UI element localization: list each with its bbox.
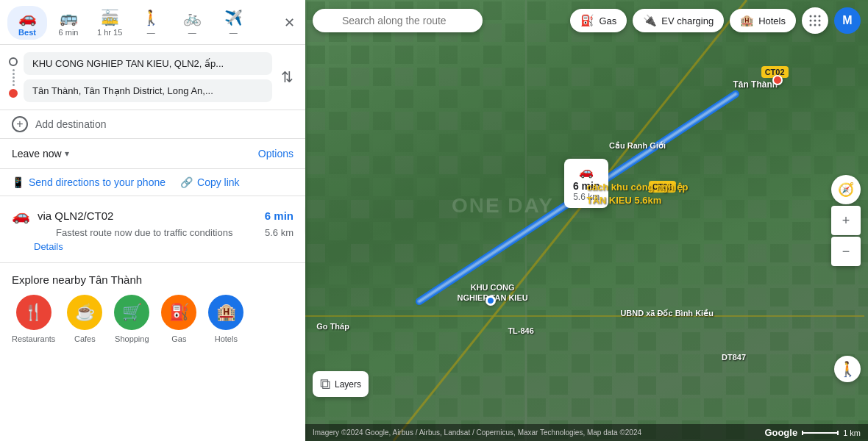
cafes-icon: ☕ <box>67 295 102 330</box>
svg-point-16 <box>814 20 817 22</box>
route-time: 6 min <box>265 209 294 222</box>
route-fields <box>24 52 272 102</box>
swap-button[interactable]: ⇅ <box>278 65 296 89</box>
compass-button[interactable]: 🧭 <box>831 175 861 204</box>
leave-options-bar: Leave now ▾ Options <box>0 139 305 169</box>
explore-icons: 🍴 Restaurants ☕ Cafes 🛒 Shopping ⛽ Gas 🏨… <box>12 295 294 343</box>
mode-walking[interactable]: 🚶 — <box>131 6 171 40</box>
mode-transit-label: 6 min <box>59 28 79 37</box>
gas-label: Gas <box>171 334 186 343</box>
mode-cycling[interactable]: 🚲 — <box>172 6 212 40</box>
details-link[interactable]: Details <box>34 241 294 252</box>
route-name: via QLN2/CT02 <box>38 209 257 222</box>
explore-item-shopping[interactable]: 🛒 Shopping <box>114 295 149 343</box>
route-car-icon: 🚗 <box>12 207 30 224</box>
google-logo: Google <box>764 427 797 438</box>
svg-rect-22 <box>802 431 803 435</box>
layers-button[interactable]: ⧉ Layers <box>313 371 369 397</box>
explore-item-cafes[interactable]: ☕ Cafes <box>67 295 102 343</box>
phone-icon: 📱 <box>12 176 24 188</box>
gas-filter-icon: ⛽ <box>580 14 594 27</box>
route-inputs: ⇅ <box>0 45 305 110</box>
gas-filter-chip[interactable]: ⛽ Gas <box>570 9 627 32</box>
map-controls: 🧭 + − <box>831 175 861 266</box>
hotels-filter-chip[interactable]: 🏨 Hotels <box>730 9 796 32</box>
route-option-header: 🚗 via QLN2/CT02 6 min <box>12 207 294 224</box>
grid-icon <box>808 14 822 27</box>
svg-point-15 <box>810 20 812 22</box>
gas-icon: ⛽ <box>161 295 196 330</box>
hotels-filter-icon: 🏨 <box>740 14 754 27</box>
origin-input[interactable] <box>24 52 272 75</box>
svg-rect-5 <box>305 0 868 441</box>
left-panel: 🚗 Best 🚌 6 min 🚋 1 hr 15 🚶 — 🚲 — ✈️ — ✕ <box>0 0 305 441</box>
cycling-icon: 🚲 <box>183 9 202 26</box>
connector-dots <box>13 69 15 86</box>
plus-icon: + <box>12 116 28 132</box>
hotels-filter-label: Hotels <box>758 15 786 26</box>
send-copy-bar: 📱 Send directions to your phone 🔗 Copy l… <box>0 169 305 196</box>
options-button[interactable]: Options <box>258 148 294 159</box>
car-icon: 🚗 <box>18 9 37 26</box>
destination-dot <box>9 89 18 98</box>
map-background <box>305 0 868 441</box>
route-option[interactable]: 🚗 via QLN2/CT02 6 min Fastest route now … <box>0 196 305 263</box>
explore-item-gas[interactable]: ⛽ Gas <box>161 295 196 343</box>
bus-icon: 🚌 <box>60 9 78 26</box>
ev-filter-icon: 🔌 <box>643 14 657 27</box>
mode-cycling-label: — <box>188 28 196 37</box>
send-directions-button[interactable]: 📱 Send directions to your phone <box>12 176 166 188</box>
explore-item-hotels[interactable]: 🏨 Hotels <box>208 295 243 343</box>
user-avatar[interactable]: M <box>834 7 861 34</box>
link-icon: 🔗 <box>180 176 193 188</box>
search-along-input[interactable] <box>313 9 483 32</box>
map-bottom-bar: Imagery ©2024 Google, Airbus / Airbus, L… <box>305 424 868 441</box>
shopping-label: Shopping <box>115 334 149 343</box>
scale-bar-area: Google 1 km <box>764 427 861 438</box>
leave-now-button[interactable]: Leave now ▾ <box>12 148 69 159</box>
svg-point-13 <box>814 15 817 18</box>
mode-driving[interactable]: 🚗 Best <box>7 6 47 40</box>
destination-input[interactable] <box>24 79 272 102</box>
close-button[interactable]: ✕ <box>281 12 298 34</box>
apps-grid-button[interactable] <box>802 7 828 34</box>
search-along-wrapper: 🔍 <box>313 9 564 32</box>
svg-rect-21 <box>802 432 839 434</box>
svg-point-19 <box>814 24 817 26</box>
map-area[interactable]: 🔍 ⛽ Gas 🔌 EV charging 🏨 Hotels <box>305 0 868 441</box>
chevron-down-icon: ▾ <box>65 148 69 159</box>
svg-point-20 <box>819 24 821 26</box>
mode-transit[interactable]: 🚌 6 min <box>49 6 88 40</box>
map-texture <box>305 0 868 441</box>
ev-filter-label: EV charging <box>661 15 714 26</box>
zoom-in-button[interactable]: + <box>831 206 861 235</box>
copy-link-label: Copy link <box>197 176 240 188</box>
restaurants-label: Restaurants <box>12 334 55 343</box>
svg-point-18 <box>810 24 812 26</box>
cafes-label: Cafes <box>74 334 96 343</box>
add-destination-row[interactable]: + Add destination <box>0 110 305 139</box>
layers-label: Layers <box>335 379 361 390</box>
route-distance: 5.6 km <box>265 227 294 238</box>
mode-driving-label: Best <box>18 28 36 37</box>
mode-flight[interactable]: ✈️ — <box>213 6 253 40</box>
mode-rail[interactable]: 🚋 1 hr 15 <box>90 6 129 40</box>
walking-icon: 🚶 <box>142 9 160 26</box>
svg-point-14 <box>819 15 821 18</box>
copy-link-button[interactable]: 🔗 Copy link <box>180 176 240 188</box>
mode-rail-label: 1 hr 15 <box>97 28 122 37</box>
explore-item-restaurants[interactable]: 🍴 Restaurants <box>12 295 55 343</box>
flight-icon: ✈️ <box>224 9 243 26</box>
zoom-out-button[interactable]: − <box>831 237 861 266</box>
ev-filter-chip[interactable]: 🔌 EV charging <box>633 9 724 32</box>
svg-rect-23 <box>837 431 839 435</box>
shopping-icon: 🛒 <box>114 295 149 330</box>
restaurants-icon: 🍴 <box>16 295 51 330</box>
explore-title: Explore nearby Tân Thành <box>12 273 294 286</box>
mode-flight-label: — <box>230 28 238 37</box>
pegman-button[interactable]: 🚶 <box>834 356 861 382</box>
hotels-label: Hotels <box>215 334 238 343</box>
svg-point-17 <box>819 20 821 22</box>
origin-dot <box>9 57 18 66</box>
attribution-text: Imagery ©2024 Google, Airbus / Airbus, L… <box>313 429 641 437</box>
